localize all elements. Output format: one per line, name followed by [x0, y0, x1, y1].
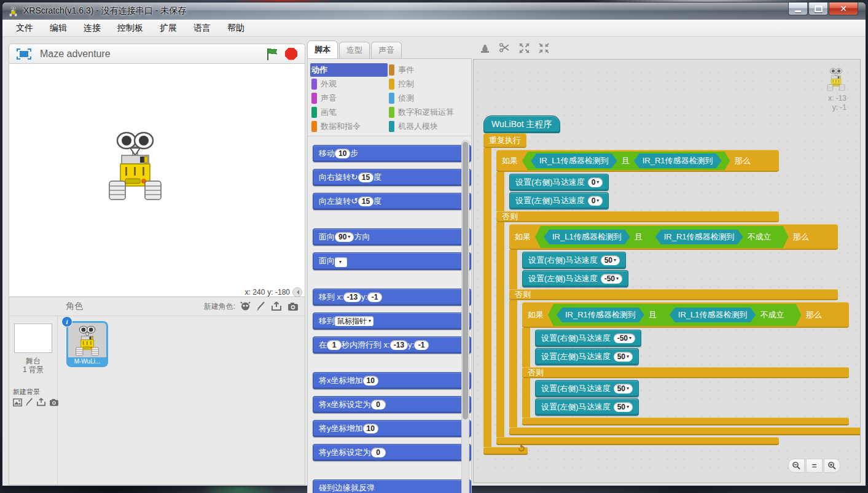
set-left-motor-block[interactable]: 设置(左侧)马达速度-50 — [522, 270, 628, 287]
stage-selector: 舞台1 背景 新建背景 — [9, 316, 58, 484]
block-goto-mouse[interactable]: 移到鼠标指针 — [313, 312, 471, 330]
set-right-motor-block[interactable]: 设置(右侧)马达速度-50 — [535, 330, 641, 347]
stamp-duplicate-icon[interactable] — [479, 42, 491, 54]
menu-extension[interactable]: 扩展 — [160, 23, 177, 34]
block-glide[interactable]: 在1秒内滑行到 x:-13y:-1 — [313, 336, 471, 354]
block-move[interactable]: 移动10步 — [313, 145, 471, 162]
maximize-button[interactable] — [808, 2, 828, 15]
category-sensing[interactable]: 侦测 — [388, 91, 469, 105]
and-operator[interactable]: IR_R1传感器检测到 且 IR_L1传感器检测到 不成立 — [548, 304, 802, 326]
sprite-mini-thumbnail — [826, 67, 846, 91]
shrink-icon[interactable] — [538, 42, 550, 54]
category-looks[interactable]: 外观 — [310, 77, 388, 91]
sprite-library-icon[interactable] — [240, 301, 251, 311]
green-flag-button[interactable] — [265, 47, 279, 61]
minimize-button[interactable] — [788, 2, 808, 15]
sprite-y: y: -1 — [832, 103, 846, 112]
scrollbar-thumb[interactable] — [463, 142, 468, 419]
set-left-motor-block[interactable]: 设置(左侧)马达速度50 — [535, 348, 639, 365]
mouse-pointer-dropdown[interactable]: 鼠标指针 — [335, 316, 373, 326]
zoom-out-button[interactable] — [788, 459, 805, 473]
sensor-IR-L1[interactable]: IR_L1传感器检测到 — [670, 308, 756, 322]
robot-sprite-on-stage[interactable] — [104, 128, 166, 202]
upload-icon[interactable] — [271, 301, 282, 311]
sensor-IR-L1[interactable]: IR_L1传感器检测到 — [544, 230, 630, 244]
menu-help[interactable]: 帮助 — [227, 23, 244, 34]
block-set-x[interactable]: 将x坐标设定为0 — [313, 396, 471, 413]
block-bounce-on-edge[interactable]: 碰到边缘就反弹 — [313, 479, 471, 493]
category-sound[interactable]: 声音 — [310, 91, 388, 105]
forever-label: 重复执行 — [483, 133, 526, 148]
edit-toolbar — [479, 42, 550, 54]
left-arrow-icon — [294, 290, 299, 295]
and-operator[interactable]: IR_L1传感器检测到 且 IR_R1传感器检测到 — [522, 152, 730, 170]
block-point-direction[interactable]: 面向90方向 — [313, 228, 471, 246]
tab-costumes[interactable]: 造型 — [339, 42, 370, 58]
zoom-reset-button[interactable]: = — [806, 459, 823, 473]
close-button[interactable]: ✕ — [829, 2, 858, 15]
block-turn-left[interactable]: 向左旋转↺15度 — [313, 193, 471, 210]
zoom-in-button[interactable] — [824, 459, 840, 473]
hat-block-main-program[interactable]: WuLiBot 主程序 — [483, 115, 560, 133]
script-area[interactable]: x: -13 y: -1 WuLiBot 主程序 重复执行 如果 — [473, 59, 861, 483]
paintbrush-icon[interactable] — [25, 398, 33, 406]
tab-scripts[interactable]: 脚本 — [307, 41, 338, 58]
category-control[interactable]: 控制 — [388, 77, 469, 91]
block-set-y[interactable]: 将y坐标设定为0 — [313, 444, 471, 461]
menu-file[interactable]: 文件 — [16, 23, 33, 34]
set-right-motor-block[interactable]: 设置(右侧)马达速度50 — [522, 252, 626, 269]
camera-icon[interactable] — [287, 302, 299, 311]
block-change-y[interactable]: 将y坐标增加10 — [313, 420, 471, 437]
palette-scrollbar[interactable] — [461, 140, 469, 493]
if-else-block-2[interactable]: 如果 IR_L1传感器检测到 且 IR_R1传感器检测到 不成立 — [509, 224, 861, 435]
image-icon[interactable] — [13, 398, 22, 406]
category-operators[interactable]: 数字和逻辑运算 — [388, 106, 469, 119]
app-window: XRScratch(v1.6.3) - 没有连接串口 - 未保存 ✕ 文件 编辑… — [2, 2, 866, 486]
script-stack[interactable]: WuLiBot 主程序 重复执行 如果 IR_L1传感器检测到 且 — [483, 115, 861, 455]
collapse-stage-button[interactable] — [292, 287, 302, 297]
menu-connect[interactable]: 连接 — [84, 23, 101, 34]
forever-block[interactable]: 重复执行 如果 IR_L1传感器检测到 且 IR_R1传感器检测到 — [483, 133, 861, 455]
if-else-block-3[interactable]: 如果 IR_R1传感器检测到 且 IR_L1传感器检测到 — [522, 302, 849, 425]
sensor-IR-L1[interactable]: IR_L1传感器检测到 — [531, 153, 617, 168]
category-motion[interactable]: 动作 — [310, 63, 388, 77]
scissors-delete-icon[interactable] — [499, 42, 510, 54]
sensor-IR-R1[interactable]: IR_R1传感器检测到 — [557, 308, 644, 322]
block-change-x[interactable]: 将x坐标增加10 — [313, 372, 471, 389]
set-right-motor-block[interactable]: 设置(右侧)马达速度50 — [535, 380, 639, 397]
set-right-motor-block[interactable]: 设置(右侧)马达速度0 — [509, 174, 609, 191]
robot-sprite-image — [74, 324, 101, 357]
block-point-towards[interactable]: 面向 — [313, 252, 471, 270]
if-else-block-1[interactable]: 如果 IR_L1传感器检测到 且 IR_R1传感器检测到 那么 — [496, 150, 861, 445]
stop-button[interactable] — [285, 48, 297, 60]
stage-label: 舞台 — [26, 357, 41, 365]
dropdown-icon[interactable] — [335, 257, 347, 267]
menu-board[interactable]: 控制板 — [117, 23, 143, 34]
sprite-thumbnail[interactable] — [66, 321, 108, 357]
category-pen[interactable]: 画笔 — [310, 106, 388, 119]
and-operator[interactable]: IR_L1传感器检测到 且 IR_R1传感器检测到 不成立 — [535, 226, 789, 248]
not-operator[interactable]: IR_L1传感器检测到 不成立 — [661, 306, 793, 324]
tab-sounds[interactable]: 声音 — [371, 42, 402, 58]
stage-thumbnail[interactable] — [14, 324, 52, 353]
category-data[interactable]: 数据和指令 — [310, 120, 388, 133]
block-turn-right[interactable]: 向右旋转↻15度 — [313, 169, 471, 186]
not-operator[interactable]: IR_R1传感器检测到 不成立 — [647, 228, 780, 246]
block-goto-xy[interactable]: 移到 x:-13y:-1 — [313, 289, 471, 306]
fullscreen-icon[interactable] — [17, 49, 31, 60]
stage-canvas[interactable] — [9, 64, 305, 287]
menu-language[interactable]: 语言 — [194, 23, 211, 34]
menu-edit[interactable]: 编辑 — [50, 23, 67, 34]
set-left-motor-block[interactable]: 设置(左侧)马达速度50 — [535, 398, 639, 416]
upload-icon[interactable] — [36, 398, 46, 406]
sensor-IR-R1[interactable]: IR_R1传感器检测到 — [634, 153, 722, 168]
sensor-IR-R1[interactable]: IR_R1传感器检测到 — [655, 230, 743, 244]
set-left-motor-block[interactable]: 设置(左侧)马达速度0 — [509, 192, 609, 209]
category-robot[interactable]: 机器人模块 — [388, 120, 469, 133]
sprite-info-badge[interactable]: i — [61, 316, 72, 327]
title-bar[interactable]: XRScratch(v1.6.3) - 没有连接串口 - 未保存 ✕ — [2, 2, 866, 20]
paintbrush-icon[interactable] — [256, 301, 265, 311]
grow-icon[interactable] — [518, 42, 530, 54]
category-events[interactable]: 事件 — [388, 63, 469, 77]
menu-bar: 文件 编辑 连接 控制板 扩展 语言 帮助 — [2, 20, 866, 37]
